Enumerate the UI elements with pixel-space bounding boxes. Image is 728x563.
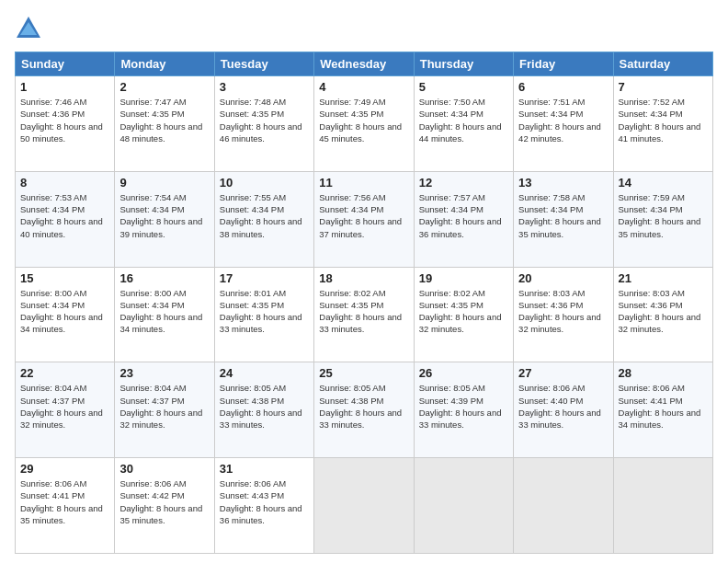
cell-info: Sunrise: 7:58 AMSunset: 4:34 PMDaylight:… bbox=[518, 192, 601, 239]
calendar-cell: 16 Sunrise: 8:00 AMSunset: 4:34 PMDaylig… bbox=[115, 267, 214, 362]
day-number: 30 bbox=[119, 462, 209, 476]
day-number: 11 bbox=[319, 176, 408, 190]
day-number: 25 bbox=[319, 366, 408, 380]
day-header-saturday: Saturday bbox=[613, 52, 712, 76]
day-number: 10 bbox=[220, 176, 309, 190]
cell-info: Sunrise: 7:56 AMSunset: 4:34 PMDaylight:… bbox=[319, 192, 402, 239]
calendar-cell: 22 Sunrise: 8:04 AMSunset: 4:37 PMDaylig… bbox=[16, 362, 115, 458]
calendar-week-row: 22 Sunrise: 8:04 AMSunset: 4:37 PMDaylig… bbox=[16, 362, 713, 458]
cell-info: Sunrise: 7:48 AMSunset: 4:35 PMDaylight:… bbox=[220, 97, 302, 144]
cell-info: Sunrise: 8:02 AMSunset: 4:35 PMDaylight:… bbox=[419, 288, 502, 335]
calendar-week-row: 29 Sunrise: 8:06 AMSunset: 4:41 PMDaylig… bbox=[16, 458, 713, 554]
day-number: 7 bbox=[619, 80, 708, 94]
cell-info: Sunrise: 8:06 AMSunset: 4:41 PMDaylight:… bbox=[619, 383, 701, 430]
calendar-cell: 26 Sunrise: 8:05 AMSunset: 4:39 PMDaylig… bbox=[414, 362, 513, 458]
cell-info: Sunrise: 8:00 AMSunset: 4:34 PMDaylight:… bbox=[20, 288, 103, 335]
day-number: 3 bbox=[220, 80, 309, 94]
cell-info: Sunrise: 7:59 AMSunset: 4:34 PMDaylight:… bbox=[619, 192, 701, 239]
header bbox=[15, 15, 713, 42]
cell-info: Sunrise: 8:05 AMSunset: 4:38 PMDaylight:… bbox=[220, 383, 302, 430]
day-number: 18 bbox=[319, 271, 408, 285]
calendar-cell: 19 Sunrise: 8:02 AMSunset: 4:35 PMDaylig… bbox=[414, 267, 513, 362]
cell-info: Sunrise: 8:05 AMSunset: 4:39 PMDaylight:… bbox=[419, 383, 502, 430]
day-header-thursday: Thursday bbox=[414, 52, 513, 76]
day-number: 12 bbox=[419, 176, 508, 190]
cell-info: Sunrise: 8:00 AMSunset: 4:34 PMDaylight:… bbox=[119, 288, 202, 335]
day-number: 9 bbox=[119, 176, 209, 190]
day-number: 28 bbox=[619, 366, 708, 380]
calendar-cell: 1 Sunrise: 7:46 AMSunset: 4:36 PMDayligh… bbox=[16, 76, 115, 172]
day-number: 31 bbox=[220, 462, 309, 476]
calendar-cell bbox=[514, 458, 613, 554]
calendar-cell: 31 Sunrise: 8:06 AMSunset: 4:43 PMDaylig… bbox=[214, 458, 313, 554]
day-number: 4 bbox=[319, 80, 408, 94]
calendar-cell: 23 Sunrise: 8:04 AMSunset: 4:37 PMDaylig… bbox=[115, 362, 214, 458]
calendar-cell: 6 Sunrise: 7:51 AMSunset: 4:34 PMDayligh… bbox=[514, 76, 613, 172]
cell-info: Sunrise: 8:04 AMSunset: 4:37 PMDaylight:… bbox=[119, 383, 202, 430]
cell-info: Sunrise: 8:04 AMSunset: 4:37 PMDaylight:… bbox=[20, 383, 103, 430]
cell-info: Sunrise: 7:55 AMSunset: 4:34 PMDaylight:… bbox=[220, 192, 302, 239]
calendar-cell: 14 Sunrise: 7:59 AMSunset: 4:34 PMDaylig… bbox=[613, 171, 712, 267]
calendar-header-row: SundayMondayTuesdayWednesdayThursdayFrid… bbox=[16, 52, 713, 76]
cell-info: Sunrise: 7:52 AMSunset: 4:34 PMDaylight:… bbox=[619, 97, 701, 144]
cell-info: Sunrise: 7:53 AMSunset: 4:34 PMDaylight:… bbox=[20, 192, 103, 239]
cell-info: Sunrise: 7:54 AMSunset: 4:34 PMDaylight:… bbox=[119, 192, 202, 239]
cell-info: Sunrise: 7:57 AMSunset: 4:34 PMDaylight:… bbox=[419, 192, 502, 239]
calendar-cell: 2 Sunrise: 7:47 AMSunset: 4:35 PMDayligh… bbox=[115, 76, 214, 172]
day-header-wednesday: Wednesday bbox=[314, 52, 414, 76]
calendar-cell: 25 Sunrise: 8:05 AMSunset: 4:38 PMDaylig… bbox=[314, 362, 414, 458]
calendar-cell: 17 Sunrise: 8:01 AMSunset: 4:35 PMDaylig… bbox=[214, 267, 313, 362]
calendar-cell: 3 Sunrise: 7:48 AMSunset: 4:35 PMDayligh… bbox=[214, 76, 313, 172]
day-number: 6 bbox=[518, 80, 608, 94]
calendar-cell bbox=[613, 458, 712, 554]
calendar-cell: 20 Sunrise: 8:03 AMSunset: 4:36 PMDaylig… bbox=[514, 267, 613, 362]
day-number: 1 bbox=[20, 80, 109, 94]
calendar-cell: 15 Sunrise: 8:00 AMSunset: 4:34 PMDaylig… bbox=[16, 267, 115, 362]
calendar-cell: 28 Sunrise: 8:06 AMSunset: 4:41 PMDaylig… bbox=[613, 362, 712, 458]
day-number: 17 bbox=[220, 271, 309, 285]
day-number: 5 bbox=[419, 80, 508, 94]
calendar-cell: 13 Sunrise: 7:58 AMSunset: 4:34 PMDaylig… bbox=[514, 171, 613, 267]
cell-info: Sunrise: 8:06 AMSunset: 4:42 PMDaylight:… bbox=[119, 478, 202, 525]
cell-info: Sunrise: 7:49 AMSunset: 4:35 PMDaylight:… bbox=[319, 97, 402, 144]
calendar-cell: 27 Sunrise: 8:06 AMSunset: 4:40 PMDaylig… bbox=[514, 362, 613, 458]
calendar-cell: 7 Sunrise: 7:52 AMSunset: 4:34 PMDayligh… bbox=[613, 76, 712, 172]
calendar-cell bbox=[414, 458, 513, 554]
cell-info: Sunrise: 8:03 AMSunset: 4:36 PMDaylight:… bbox=[619, 288, 701, 335]
calendar-cell: 11 Sunrise: 7:56 AMSunset: 4:34 PMDaylig… bbox=[314, 171, 414, 267]
day-number: 20 bbox=[518, 271, 608, 285]
cell-info: Sunrise: 7:46 AMSunset: 4:36 PMDaylight:… bbox=[20, 97, 103, 144]
cell-info: Sunrise: 8:03 AMSunset: 4:36 PMDaylight:… bbox=[518, 288, 601, 335]
cell-info: Sunrise: 8:06 AMSunset: 4:43 PMDaylight:… bbox=[220, 478, 302, 525]
calendar-cell: 29 Sunrise: 8:06 AMSunset: 4:41 PMDaylig… bbox=[16, 458, 115, 554]
page-container: SundayMondayTuesdayWednesdayThursdayFrid… bbox=[0, 0, 728, 563]
calendar-table: SundayMondayTuesdayWednesdayThursdayFrid… bbox=[15, 52, 713, 554]
day-number: 29 bbox=[20, 462, 109, 476]
logo-icon bbox=[15, 15, 42, 42]
cell-info: Sunrise: 8:01 AMSunset: 4:35 PMDaylight:… bbox=[220, 288, 302, 335]
logo bbox=[15, 15, 46, 42]
cell-info: Sunrise: 8:02 AMSunset: 4:35 PMDaylight:… bbox=[319, 288, 402, 335]
day-number: 24 bbox=[220, 366, 309, 380]
day-number: 23 bbox=[119, 366, 209, 380]
calendar-week-row: 8 Sunrise: 7:53 AMSunset: 4:34 PMDayligh… bbox=[16, 171, 713, 267]
cell-info: Sunrise: 7:51 AMSunset: 4:34 PMDaylight:… bbox=[518, 97, 601, 144]
day-number: 13 bbox=[518, 176, 608, 190]
day-number: 14 bbox=[619, 176, 708, 190]
day-number: 21 bbox=[619, 271, 708, 285]
day-number: 2 bbox=[119, 80, 209, 94]
day-number: 19 bbox=[419, 271, 508, 285]
day-number: 27 bbox=[518, 366, 608, 380]
calendar-cell: 10 Sunrise: 7:55 AMSunset: 4:34 PMDaylig… bbox=[214, 171, 313, 267]
day-number: 16 bbox=[119, 271, 209, 285]
calendar-cell: 9 Sunrise: 7:54 AMSunset: 4:34 PMDayligh… bbox=[115, 171, 214, 267]
calendar-cell: 12 Sunrise: 7:57 AMSunset: 4:34 PMDaylig… bbox=[414, 171, 513, 267]
calendar-cell: 24 Sunrise: 8:05 AMSunset: 4:38 PMDaylig… bbox=[214, 362, 313, 458]
calendar-cell: 21 Sunrise: 8:03 AMSunset: 4:36 PMDaylig… bbox=[613, 267, 712, 362]
calendar-cell: 30 Sunrise: 8:06 AMSunset: 4:42 PMDaylig… bbox=[115, 458, 214, 554]
calendar-cell: 18 Sunrise: 8:02 AMSunset: 4:35 PMDaylig… bbox=[314, 267, 414, 362]
calendar-cell: 4 Sunrise: 7:49 AMSunset: 4:35 PMDayligh… bbox=[314, 76, 414, 172]
calendar-cell bbox=[314, 458, 414, 554]
day-header-friday: Friday bbox=[514, 52, 613, 76]
cell-info: Sunrise: 7:50 AMSunset: 4:34 PMDaylight:… bbox=[419, 97, 502, 144]
